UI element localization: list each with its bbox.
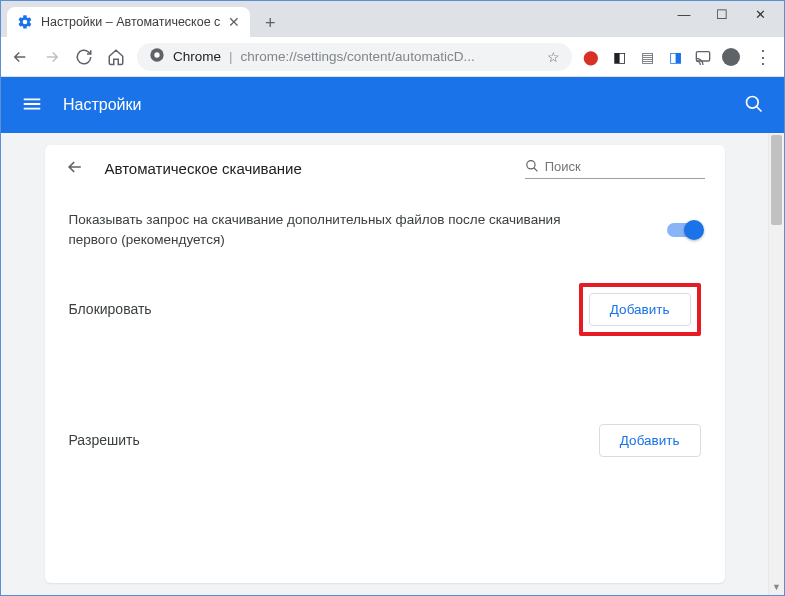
- hamburger-menu-icon[interactable]: [21, 93, 43, 118]
- extension-icon[interactable]: ⬤: [582, 48, 600, 66]
- reload-icon[interactable]: [73, 46, 95, 68]
- settings-title: Настройки: [63, 96, 141, 114]
- kebab-menu-icon[interactable]: ⋮: [750, 46, 776, 68]
- svg-point-4: [526, 161, 534, 169]
- allow-section-label: Разрешить: [69, 432, 599, 448]
- svg-rect-2: [696, 51, 709, 60]
- address-bar[interactable]: Chrome | chrome://settings/content/autom…: [137, 43, 572, 71]
- back-arrow-icon[interactable]: [65, 157, 85, 180]
- forward-icon[interactable]: [41, 46, 63, 68]
- allow-add-button[interactable]: Добавить: [599, 424, 701, 457]
- bookmark-star-icon[interactable]: ☆: [547, 49, 560, 65]
- extension-icon[interactable]: ◧: [610, 48, 628, 66]
- browser-tab[interactable]: Настройки – Автоматическое с ✕: [7, 7, 250, 37]
- new-tab-button[interactable]: +: [256, 9, 284, 37]
- search-icon[interactable]: [744, 94, 764, 117]
- svg-point-3: [747, 96, 759, 108]
- block-add-button[interactable]: Добавить: [589, 293, 691, 326]
- omnibox-origin: Chrome: [173, 49, 221, 64]
- gear-icon: [17, 14, 33, 30]
- cast-icon[interactable]: [694, 48, 712, 66]
- omnibox-path: chrome://settings/content/automaticD...: [241, 49, 475, 64]
- block-section-label: Блокировать: [69, 301, 579, 317]
- window-maximize-icon[interactable]: ☐: [715, 7, 729, 22]
- window-minimize-icon[interactable]: —: [677, 7, 691, 22]
- chrome-logo-icon: [149, 47, 165, 66]
- svg-point-1: [154, 52, 159, 57]
- home-icon[interactable]: [105, 46, 127, 68]
- ask-before-download-toggle[interactable]: [667, 223, 701, 237]
- extension-icon[interactable]: ▤: [638, 48, 656, 66]
- scroll-down-arrow-icon[interactable]: ▼: [769, 579, 784, 595]
- settings-card: Автоматическое скачивание Показывать зап…: [45, 145, 725, 583]
- window-close-icon[interactable]: ✕: [753, 7, 767, 22]
- settings-search[interactable]: [525, 158, 705, 179]
- scrollbar-thumb[interactable]: [771, 135, 782, 225]
- extension-icons: ⬤ ◧ ▤ ◨: [582, 48, 740, 66]
- tab-title: Настройки – Автоматическое с: [41, 15, 220, 29]
- browser-toolbar: Chrome | chrome://settings/content/autom…: [1, 37, 784, 77]
- search-input[interactable]: [545, 159, 705, 174]
- back-icon[interactable]: [9, 46, 31, 68]
- content-viewport: Автоматическое скачивание Показывать зап…: [1, 133, 784, 595]
- settings-header: Настройки: [1, 77, 784, 133]
- toggle-label: Показывать запрос на скачивание дополнит…: [69, 210, 667, 251]
- page-title: Автоматическое скачивание: [105, 160, 302, 177]
- search-icon: [525, 158, 539, 174]
- tab-close-icon[interactable]: ✕: [228, 14, 240, 30]
- profile-avatar-icon[interactable]: [722, 48, 740, 66]
- tutorial-highlight: Добавить: [579, 283, 701, 336]
- vertical-scrollbar[interactable]: ▲ ▼: [768, 133, 784, 595]
- extension-icon[interactable]: ◨: [666, 48, 684, 66]
